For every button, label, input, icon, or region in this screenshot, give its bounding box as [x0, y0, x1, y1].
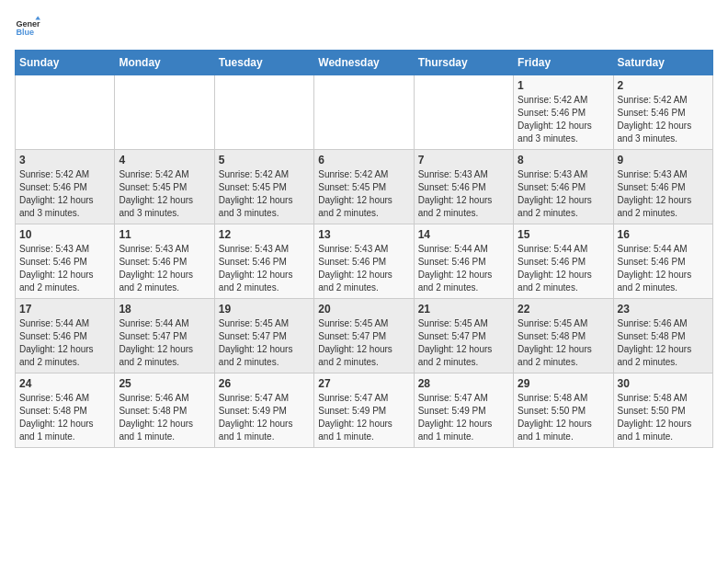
- day-number: 21: [418, 303, 509, 316]
- day-info: Sunrise: 5:48 AMSunset: 5:50 PMDaylight:…: [518, 392, 609, 443]
- calendar-day-cell: [16, 75, 115, 150]
- day-info: Sunrise: 5:46 AMSunset: 5:48 PMDaylight:…: [618, 317, 709, 369]
- calendar-day-cell: [414, 75, 513, 150]
- day-of-week-header: Thursday: [414, 51, 513, 75]
- day-number: 1: [518, 79, 609, 92]
- calendar-day-cell: 2Sunrise: 5:42 AMSunset: 5:46 PMDaylight…: [613, 75, 712, 150]
- day-of-week-header: Tuesday: [214, 51, 313, 75]
- day-info: Sunrise: 5:44 AMSunset: 5:46 PMDaylight:…: [19, 317, 110, 369]
- calendar-day-cell: 30Sunrise: 5:48 AMSunset: 5:50 PMDayligh…: [613, 373, 712, 448]
- calendar-day-cell: 27Sunrise: 5:47 AMSunset: 5:49 PMDayligh…: [314, 373, 414, 448]
- calendar-day-cell: 18Sunrise: 5:44 AMSunset: 5:47 PMDayligh…: [115, 299, 214, 373]
- day-number: 11: [119, 228, 210, 241]
- day-info: Sunrise: 5:45 AMSunset: 5:47 PMDaylight:…: [318, 317, 409, 369]
- calendar-day-cell: 25Sunrise: 5:46 AMSunset: 5:48 PMDayligh…: [115, 373, 214, 448]
- day-info: Sunrise: 5:42 AMSunset: 5:45 PMDaylight:…: [318, 168, 409, 220]
- day-info: Sunrise: 5:43 AMSunset: 5:46 PMDaylight:…: [518, 168, 609, 220]
- day-of-week-header: Sunday: [16, 51, 115, 75]
- day-info: Sunrise: 5:43 AMSunset: 5:46 PMDaylight:…: [418, 168, 509, 220]
- calendar-week-row: 10Sunrise: 5:43 AMSunset: 5:46 PMDayligh…: [16, 224, 713, 299]
- calendar-day-cell: 16Sunrise: 5:44 AMSunset: 5:46 PMDayligh…: [613, 224, 712, 299]
- day-info: Sunrise: 5:42 AMSunset: 5:46 PMDaylight:…: [518, 94, 609, 145]
- calendar-day-cell: 29Sunrise: 5:48 AMSunset: 5:50 PMDayligh…: [514, 373, 613, 448]
- day-number: 6: [318, 154, 409, 167]
- day-number: 10: [19, 228, 110, 241]
- day-info: Sunrise: 5:42 AMSunset: 5:46 PMDaylight:…: [19, 168, 110, 220]
- calendar-day-cell: 15Sunrise: 5:44 AMSunset: 5:46 PMDayligh…: [514, 224, 613, 299]
- svg-text:Blue: Blue: [16, 28, 34, 37]
- day-info: Sunrise: 5:47 AMSunset: 5:49 PMDaylight:…: [219, 392, 310, 443]
- calendar-day-cell: 12Sunrise: 5:43 AMSunset: 5:46 PMDayligh…: [214, 224, 313, 299]
- calendar-day-cell: 17Sunrise: 5:44 AMSunset: 5:46 PMDayligh…: [16, 299, 115, 373]
- day-number: 26: [219, 377, 310, 390]
- day-number: 4: [119, 154, 210, 167]
- day-number: 9: [618, 154, 709, 167]
- day-number: 7: [418, 154, 509, 167]
- day-number: 16: [618, 228, 709, 241]
- day-info: Sunrise: 5:44 AMSunset: 5:46 PMDaylight:…: [618, 243, 709, 294]
- day-info: Sunrise: 5:42 AMSunset: 5:45 PMDaylight:…: [219, 168, 310, 220]
- day-number: 30: [618, 377, 709, 390]
- calendar-header-row: SundayMondayTuesdayWednesdayThursdayFrid…: [16, 51, 713, 75]
- calendar-day-cell: 24Sunrise: 5:46 AMSunset: 5:48 PMDayligh…: [16, 373, 115, 448]
- calendar-day-cell: 6Sunrise: 5:42 AMSunset: 5:45 PMDaylight…: [314, 150, 414, 224]
- calendar-day-cell: 5Sunrise: 5:42 AMSunset: 5:45 PMDaylight…: [214, 150, 313, 224]
- header: General Blue: [15, 15, 713, 40]
- day-number: 17: [19, 303, 110, 316]
- day-info: Sunrise: 5:43 AMSunset: 5:46 PMDaylight:…: [119, 243, 210, 294]
- day-info: Sunrise: 5:43 AMSunset: 5:46 PMDaylight:…: [19, 243, 110, 294]
- calendar-day-cell: 1Sunrise: 5:42 AMSunset: 5:46 PMDaylight…: [514, 75, 613, 150]
- day-of-week-header: Saturday: [613, 51, 712, 75]
- day-number: 18: [119, 303, 210, 316]
- day-info: Sunrise: 5:43 AMSunset: 5:46 PMDaylight:…: [318, 243, 409, 294]
- day-info: Sunrise: 5:44 AMSunset: 5:47 PMDaylight:…: [119, 317, 210, 369]
- calendar-day-cell: [214, 75, 313, 150]
- svg-text:General: General: [16, 19, 40, 29]
- day-info: Sunrise: 5:45 AMSunset: 5:47 PMDaylight:…: [418, 317, 509, 369]
- day-number: 19: [219, 303, 310, 316]
- day-info: Sunrise: 5:48 AMSunset: 5:50 PMDaylight:…: [618, 392, 709, 443]
- day-number: 8: [518, 154, 609, 167]
- day-number: 12: [219, 228, 310, 241]
- day-info: Sunrise: 5:42 AMSunset: 5:45 PMDaylight:…: [119, 168, 210, 220]
- calendar-day-cell: 11Sunrise: 5:43 AMSunset: 5:46 PMDayligh…: [115, 224, 214, 299]
- day-of-week-header: Friday: [514, 51, 613, 75]
- day-number: 22: [518, 303, 609, 316]
- calendar-day-cell: 23Sunrise: 5:46 AMSunset: 5:48 PMDayligh…: [613, 299, 712, 373]
- logo: General Blue: [15, 15, 44, 40]
- day-number: 3: [19, 154, 110, 167]
- day-number: 13: [318, 228, 409, 241]
- day-of-week-header: Monday: [115, 51, 214, 75]
- calendar-day-cell: 14Sunrise: 5:44 AMSunset: 5:46 PMDayligh…: [414, 224, 513, 299]
- calendar-week-row: 17Sunrise: 5:44 AMSunset: 5:46 PMDayligh…: [16, 299, 713, 373]
- day-number: 14: [418, 228, 509, 241]
- day-number: 24: [19, 377, 110, 390]
- day-number: 2: [618, 79, 709, 92]
- calendar-day-cell: 28Sunrise: 5:47 AMSunset: 5:49 PMDayligh…: [414, 373, 513, 448]
- calendar-day-cell: 19Sunrise: 5:45 AMSunset: 5:47 PMDayligh…: [214, 299, 313, 373]
- calendar-day-cell: [115, 75, 214, 150]
- svg-marker-2: [35, 16, 40, 19]
- day-info: Sunrise: 5:42 AMSunset: 5:46 PMDaylight:…: [618, 94, 709, 145]
- day-number: 20: [318, 303, 409, 316]
- day-info: Sunrise: 5:46 AMSunset: 5:48 PMDaylight:…: [19, 392, 110, 443]
- calendar-day-cell: 9Sunrise: 5:43 AMSunset: 5:46 PMDaylight…: [613, 150, 712, 224]
- day-number: 23: [618, 303, 709, 316]
- calendar-day-cell: 21Sunrise: 5:45 AMSunset: 5:47 PMDayligh…: [414, 299, 513, 373]
- calendar-week-row: 24Sunrise: 5:46 AMSunset: 5:48 PMDayligh…: [16, 373, 713, 448]
- day-info: Sunrise: 5:47 AMSunset: 5:49 PMDaylight:…: [418, 392, 509, 443]
- calendar-week-row: 1Sunrise: 5:42 AMSunset: 5:46 PMDaylight…: [16, 75, 713, 150]
- calendar-day-cell: 20Sunrise: 5:45 AMSunset: 5:47 PMDayligh…: [314, 299, 414, 373]
- calendar-day-cell: 8Sunrise: 5:43 AMSunset: 5:46 PMDaylight…: [514, 150, 613, 224]
- day-number: 28: [418, 377, 509, 390]
- day-number: 29: [518, 377, 609, 390]
- day-info: Sunrise: 5:43 AMSunset: 5:46 PMDaylight:…: [618, 168, 709, 220]
- calendar-day-cell: 10Sunrise: 5:43 AMSunset: 5:46 PMDayligh…: [16, 224, 115, 299]
- calendar-day-cell: 13Sunrise: 5:43 AMSunset: 5:46 PMDayligh…: [314, 224, 414, 299]
- day-number: 15: [518, 228, 609, 241]
- day-info: Sunrise: 5:46 AMSunset: 5:48 PMDaylight:…: [119, 392, 210, 443]
- day-info: Sunrise: 5:44 AMSunset: 5:46 PMDaylight:…: [518, 243, 609, 294]
- calendar: SundayMondayTuesdayWednesdayThursdayFrid…: [15, 50, 713, 448]
- calendar-week-row: 3Sunrise: 5:42 AMSunset: 5:46 PMDaylight…: [16, 150, 713, 224]
- calendar-day-cell: 26Sunrise: 5:47 AMSunset: 5:49 PMDayligh…: [214, 373, 313, 448]
